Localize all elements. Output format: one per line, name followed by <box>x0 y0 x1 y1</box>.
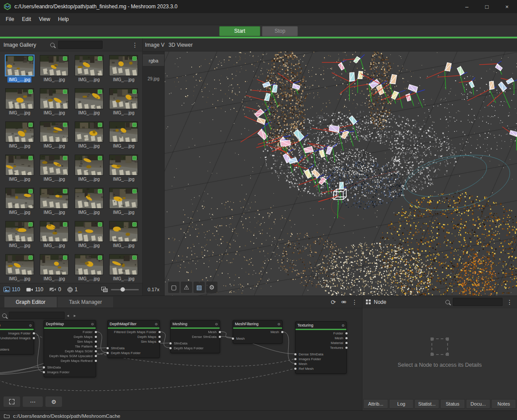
gallery-thumbnail[interactable]: IMG_....jpg <box>73 188 105 221</box>
gallery-thumbnail[interactable]: IMG_....jpg <box>38 121 71 155</box>
graph-settings-button[interactable]: ⚙ <box>45 396 62 407</box>
input-port[interactable]: SfmData <box>108 346 159 351</box>
menu-edit[interactable]: Edit <box>18 13 35 25</box>
tab-image-viewer[interactable]: Image V <box>143 42 165 48</box>
graph-node-meshfiltering[interactable]: MeshFiltering⊙MeshMesh <box>233 320 283 344</box>
input-port[interactable]: SfmData <box>171 341 220 346</box>
menu-file[interactable]: File <box>2 13 18 25</box>
input-port[interactable]: Images Folders <box>0 347 34 352</box>
port-dot[interactable] <box>95 350 97 352</box>
output-port[interactable]: Textures <box>296 345 346 350</box>
gallery-thumbnail[interactable]: IMG_....jpg <box>73 221 105 254</box>
graph-node-escene[interactable]: ...eScene⊙Images FolderUndistorted Image… <box>0 321 34 355</box>
node-panel-menu-icon[interactable]: ⋮ <box>506 299 514 306</box>
port-dot[interactable] <box>219 336 221 338</box>
tab-graph-editor[interactable]: Graph Editor <box>4 297 57 307</box>
gallery-thumbnail[interactable]: IMG_....jpg <box>73 121 105 155</box>
output-port[interactable]: Depth Maps Refined <box>44 358 96 363</box>
port-dot[interactable] <box>159 331 161 333</box>
close-button[interactable]: × <box>497 0 517 13</box>
tab-task-manager[interactable]: Task Manager <box>58 297 113 307</box>
output-port[interactable]: Sim Maps <box>44 339 96 344</box>
node-tab-statist[interactable]: Statist... <box>414 399 439 409</box>
node-visibility-icon[interactable]: ⊙ <box>341 324 345 327</box>
gallery-thumbnail[interactable]: IMG_....jpg <box>38 188 71 221</box>
output-port[interactable]: Depth Maps SGM <box>44 349 96 354</box>
maximize-button[interactable]: □ <box>477 0 497 13</box>
port-dot[interactable] <box>107 347 109 349</box>
gallery-thumbnail[interactable]: IMG_....jpg <box>3 155 36 188</box>
node-visibility-icon[interactable]: ⊙ <box>91 322 94 326</box>
input-port[interactable]: Images Folder <box>44 370 96 375</box>
input-port[interactable]: Depth Maps Folder <box>108 351 159 355</box>
output-port[interactable]: Mesh <box>296 336 346 341</box>
port-dot[interactable] <box>95 345 97 348</box>
gallery-thumbnail[interactable]: IMG_....jpg <box>38 254 71 283</box>
node-tab-attrib[interactable]: Attrib... <box>363 399 388 409</box>
port-dot[interactable] <box>43 366 45 368</box>
output-port[interactable]: Depth Maps <box>108 334 159 339</box>
node-visibility-icon[interactable]: ⊙ <box>155 322 158 326</box>
output-port[interactable]: Filtered Depth Maps Folder <box>108 330 159 334</box>
gallery-thumbnail[interactable]: IMG_....jpg <box>73 55 105 88</box>
port-dot[interactable] <box>95 341 97 343</box>
port-dot[interactable] <box>294 353 296 355</box>
graph-node-meshing[interactable]: Meshing⊙MeshDense SfmDataSfmDataDepth Ma… <box>170 320 220 353</box>
gallery-thumbnail[interactable]: IMG_....jpg <box>38 155 71 188</box>
input-port[interactable]: Dense SfmData <box>296 352 346 357</box>
gallery-menu-icon[interactable]: ⋮ <box>131 41 139 48</box>
slider-handle[interactable] <box>121 287 125 292</box>
texture-mode-button[interactable]: ▨ <box>193 282 205 293</box>
groups-filter-button[interactable]: 1 <box>67 286 78 293</box>
output-port[interactable]: Sim Maps <box>108 339 159 344</box>
gallery-thumbnail[interactable]: IMG_....jpg <box>108 221 140 254</box>
gallery-thumbnail[interactable]: IMG_....jpg <box>38 221 71 254</box>
gallery-thumbnail[interactable]: IMG_....jpg <box>38 55 71 88</box>
output-port[interactable]: Material <box>296 341 346 345</box>
gallery-thumbnail[interactable]: IMG_....jpg <box>108 55 140 88</box>
gallery-thumbnail[interactable]: IMG_....jpg <box>108 121 140 155</box>
gallery-thumbnail[interactable]: IMG_....jpg <box>3 254 36 283</box>
fit-graph-button[interactable] <box>3 396 20 407</box>
more-options-button[interactable]: ⋯ <box>23 396 43 407</box>
output-port[interactable]: Folder <box>296 331 346 336</box>
port-dot[interactable] <box>33 332 35 334</box>
output-port[interactable]: Mesh <box>171 330 220 334</box>
graph-menu-icon[interactable]: ⋮ <box>352 299 358 306</box>
graph-node-texturing[interactable]: Texturing⊙FolderMeshMaterialTexturesDens… <box>295 321 347 374</box>
gallery-thumbnail[interactable]: IMG_....jpg <box>73 88 105 121</box>
node-tab-log[interactable]: Log <box>389 399 414 409</box>
port-dot[interactable] <box>95 331 97 333</box>
port-dot[interactable] <box>345 332 348 334</box>
node-visibility-icon[interactable]: ⊙ <box>29 324 32 327</box>
rejected-filter-button[interactable]: 0 <box>49 286 61 293</box>
port-dot[interactable] <box>95 336 97 338</box>
stop-button[interactable]: Stop <box>262 26 298 36</box>
minimize-button[interactable]: – <box>457 0 477 13</box>
wireframe-toggle-button[interactable]: ▢ <box>168 282 179 293</box>
gallery-thumbnail[interactable]: IMG_....jpg <box>73 254 105 283</box>
port-dot[interactable] <box>345 342 348 344</box>
input-port[interactable]: SfmData <box>44 365 96 370</box>
gallery-thumbnail[interactable]: IMG_....jpg <box>108 155 140 188</box>
graph-search-input[interactable] <box>9 312 65 319</box>
node-visibility-icon[interactable]: ⊙ <box>277 322 280 326</box>
gallery-thumbnail[interactable]: IMG_....jpg <box>3 55 36 88</box>
input-port[interactable]: Images Folder <box>296 357 346 361</box>
output-port[interactable]: Folder <box>44 330 96 334</box>
output-port[interactable]: Images Folder <box>0 331 34 336</box>
port-dot[interactable] <box>107 352 109 354</box>
node-visibility-icon[interactable]: ⊙ <box>215 322 218 326</box>
graph-node-depthmapfilter[interactable]: DepthMapFilter⊙Filtered Depth Maps Folde… <box>107 320 160 358</box>
port-dot[interactable] <box>294 368 296 370</box>
unlink-button[interactable]: ⚮ <box>341 299 346 306</box>
search-prev-next-buttons[interactable]: ◂ ▸ <box>67 313 78 318</box>
menu-view[interactable]: View <box>35 13 54 25</box>
port-dot[interactable] <box>33 337 35 339</box>
port-dot[interactable] <box>95 355 97 357</box>
gallery-thumbnail[interactable]: IMG_....jpg <box>3 188 36 221</box>
port-dot[interactable] <box>345 337 348 339</box>
viewer-settings-button[interactable]: ⚙ <box>206 282 217 293</box>
output-port[interactable]: Tile Pattern <box>44 344 96 349</box>
input-port[interactable]: Mesh <box>233 336 282 341</box>
